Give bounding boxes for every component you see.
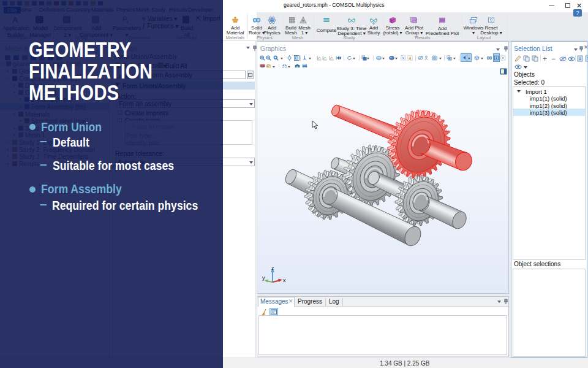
svg-text:x: x xyxy=(283,277,286,283)
svg-text:z: z xyxy=(271,265,274,271)
svg-text:y: y xyxy=(262,275,265,281)
